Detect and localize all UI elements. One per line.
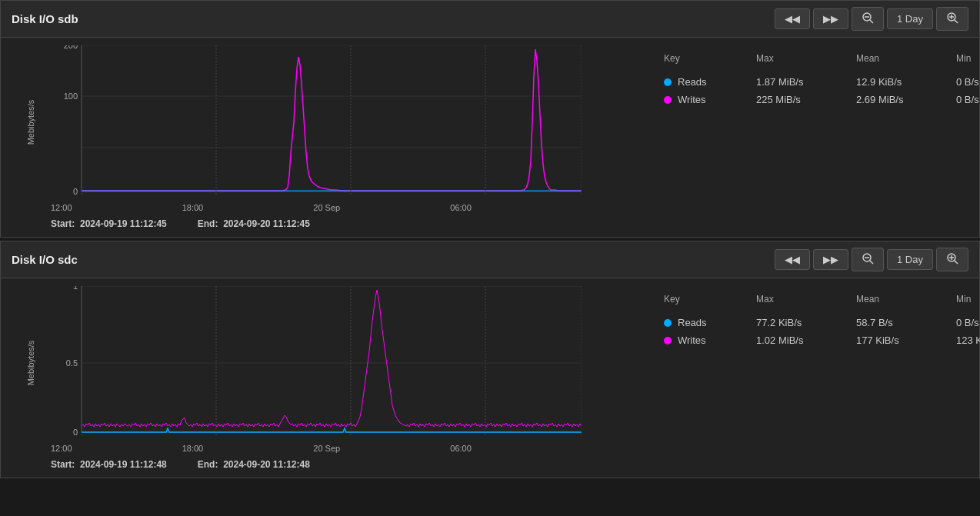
dot-reads-sdb [664, 78, 672, 86]
zoom-out-btn-sdb[interactable] [852, 7, 884, 31]
panel-sdc-header: Disk I/O sdc ◀◀ ▶▶ 1 Day [1, 241, 979, 278]
y-axis-label-sdc: Mebibytes/s [26, 341, 35, 386]
svg-text:0: 0 [73, 187, 78, 196]
zoom-in-icon-sdc [946, 252, 958, 265]
legend-sdc: Key Max Mean Min Reads 77.2 KiB/s 58.7 B… [648, 286, 972, 470]
panel-sdc-title: Disk I/O sdc [12, 253, 78, 266]
writes-max-sdc: 1.02 MiB/s [756, 335, 856, 346]
legend-header-sdb: Key Max Mean Min [664, 53, 956, 67]
start-label-sdc: Start: [51, 459, 75, 470]
prev-btn-sdb[interactable]: ◀◀ [775, 8, 810, 29]
svg-line-1 [870, 20, 874, 24]
time-labels-sdc: 12:00 18:00 20 Sep 06:00 [51, 444, 582, 453]
chart-wrapper-sdb: Mebibytes/s 200 100 0 [51, 45, 648, 201]
legend-row-writes-sdc: Writes 1.02 MiB/s 177 KiB/s 123 KiB/s [664, 331, 956, 349]
panel-sdb-header: Disk I/O sdb ◀◀ ▶▶ 1 Day [1, 1, 979, 38]
zoom-out-icon-sdb [862, 12, 874, 24]
chart-sdc: 1 0.5 0 [51, 286, 582, 440]
legend-col-min: Min [956, 53, 980, 64]
panel-sdb-title: Disk I/O sdb [12, 12, 78, 25]
end-label-sdc: End: [198, 459, 218, 470]
time-label-sdc-2: 18:00 [182, 444, 204, 453]
dot-writes-sdb [664, 96, 672, 104]
svg-text:1: 1 [73, 286, 78, 291]
writes-min-sdb: 0 B/s [956, 94, 980, 105]
period-label-sdc: 1 Day [887, 249, 933, 270]
zoom-out-btn-sdc[interactable] [852, 248, 884, 271]
time-label-2: 18:00 [182, 203, 204, 212]
svg-text:0: 0 [73, 428, 78, 437]
panel-sdc: Disk I/O sdc ◀◀ ▶▶ 1 Day [0, 241, 980, 478]
writes-mean-sdc: 177 KiB/s [856, 335, 956, 346]
legend-col-key: Key [664, 53, 756, 64]
prev-btn-sdc[interactable]: ◀◀ [775, 249, 810, 270]
reads-mean-sdc: 58.7 B/s [856, 317, 956, 328]
next-btn-sdc[interactable]: ▶▶ [813, 249, 848, 270]
legend-col-max-sdc: Max [756, 294, 856, 305]
writes-label-sdb: Writes [678, 94, 706, 105]
toolbar-sdc: ◀◀ ▶▶ 1 Day [775, 248, 968, 271]
writes-max-sdb: 225 MiB/s [756, 94, 856, 105]
legend-col-mean-sdc: Mean [856, 294, 956, 305]
reads-min-sdc: 0 B/s [956, 317, 980, 328]
legend-col-key-sdc: Key [664, 294, 756, 305]
start-label-sdb: Start: [51, 218, 75, 229]
legend-key-writes-sdb: Writes [664, 94, 756, 105]
time-label-1: 12:00 [51, 203, 72, 212]
svg-line-21 [870, 261, 874, 265]
svg-line-4 [955, 20, 958, 24]
legend-key-writes-sdc: Writes [664, 335, 756, 346]
panel-sdb: Disk I/O sdb ◀◀ ▶▶ 1 Day [0, 0, 980, 238]
time-labels-sdb: 12:00 18:00 20 Sep 06:00 [51, 203, 582, 212]
legend-row-writes-sdb: Writes 225 MiB/s 2.69 MiB/s 0 B/s [664, 91, 956, 108]
end-label-sdb: End: [198, 218, 218, 229]
writes-min-sdc: 123 KiB/s [956, 335, 980, 346]
legend-col-min-sdc: Min [956, 294, 980, 305]
reads-max-sdc: 77.2 KiB/s [756, 317, 856, 328]
next-btn-sdb[interactable]: ▶▶ [813, 8, 848, 29]
zoom-in-icon-sdb [946, 12, 958, 24]
reads-mean-sdb: 12.9 KiB/s [856, 76, 956, 88]
zoom-in-btn-sdb[interactable] [936, 7, 968, 31]
start-value-sdc: 2024-09-19 11:12:48 [80, 459, 167, 470]
legend-header-sdc: Key Max Mean Min [664, 294, 956, 308]
reads-max-sdb: 1.87 MiB/s [756, 76, 856, 88]
period-label-sdb: 1 Day [887, 8, 933, 29]
time-label-sdc-4: 06:00 [450, 444, 472, 453]
end-value-sdb: 2024-09-20 11:12:45 [223, 218, 310, 229]
chart-area-sdc: Mebibytes/s 1 0.5 0 [8, 286, 648, 470]
dot-writes-sdc [664, 337, 672, 345]
date-range-sdc: Start: 2024-09-19 11:12:48 End: 2024-09-… [51, 459, 648, 470]
svg-line-24 [955, 261, 958, 265]
start-value-sdb: 2024-09-19 11:12:45 [80, 218, 167, 229]
date-range-sdb: Start: 2024-09-19 11:12:45 End: 2024-09-… [51, 218, 648, 229]
time-label-4: 06:00 [450, 203, 472, 212]
dot-reads-sdc [664, 319, 672, 327]
time-label-3: 20 Sep [313, 203, 340, 212]
writes-label-sdc: Writes [678, 335, 706, 346]
legend-col-mean: Mean [856, 53, 956, 64]
zoom-in-btn-sdc[interactable] [936, 248, 968, 271]
end-value-sdc: 2024-09-20 11:12:48 [223, 459, 310, 470]
writes-mean-sdb: 2.69 MiB/s [856, 94, 956, 105]
legend-key-reads-sdb: Reads [664, 76, 756, 88]
svg-text:0.5: 0.5 [66, 358, 78, 368]
legend-row-reads-sdc: Reads 77.2 KiB/s 58.7 B/s 0 B/s [664, 314, 956, 331]
start-sdb: Start: 2024-09-19 11:12:45 [51, 218, 167, 229]
svg-text:100: 100 [64, 92, 78, 101]
start-sdc: Start: 2024-09-19 11:12:48 [51, 459, 167, 470]
legend-col-max: Max [756, 53, 856, 64]
time-label-sdc-1: 12:00 [51, 444, 72, 453]
chart-sdb: 200 100 0 [51, 45, 582, 199]
svg-text:200: 200 [64, 45, 78, 50]
time-label-sdc-3: 20 Sep [313, 444, 340, 453]
zoom-out-icon-sdc [862, 252, 874, 265]
y-axis-label-sdb: Mebibytes/s [26, 100, 35, 145]
reads-min-sdb: 0 B/s [956, 76, 980, 88]
reads-label-sdb: Reads [678, 76, 707, 88]
end-sdc: End: 2024-09-20 11:12:48 [198, 459, 310, 470]
chart-wrapper-sdc: Mebibytes/s 1 0.5 0 [51, 286, 648, 442]
toolbar-sdb: ◀◀ ▶▶ 1 Day [775, 7, 968, 31]
panel-sdb-body: Mebibytes/s 200 100 0 [1, 38, 979, 237]
panel-sdc-body: Mebibytes/s 1 0.5 0 [1, 278, 979, 478]
